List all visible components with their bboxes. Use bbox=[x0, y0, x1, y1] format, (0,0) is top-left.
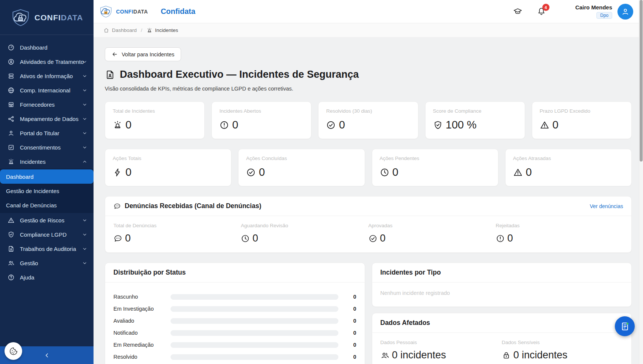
check-circle-icon bbox=[368, 234, 377, 243]
scrollbar-thumb[interactable] bbox=[640, 0, 643, 162]
breadcrumb-dashboard[interactable]: Dashboard bbox=[103, 27, 137, 33]
sidebar-item-compliance-lgpd[interactable]: Compliance LGPD bbox=[0, 227, 94, 242]
graduation-cap-icon bbox=[513, 7, 522, 16]
sidebar-item-ajuda[interactable]: Ajuda bbox=[0, 270, 94, 284]
metric-aprovadas: Aprovadas 0 bbox=[368, 223, 496, 244]
dados-panel-title: Dados Afetados bbox=[380, 319, 430, 327]
tipo-panel-header: Incidentes por Tipo bbox=[372, 263, 632, 282]
bolt-icon bbox=[113, 168, 122, 177]
kpi-label: Ações Totais bbox=[113, 156, 223, 161]
kpi-label: Ações Pendentes bbox=[380, 156, 491, 161]
tipo-empty-state: Nenhum incidente registrado bbox=[372, 282, 632, 307]
metric-dados-pessoais: Dados Pessoais 0 incidentes bbox=[380, 340, 502, 361]
sidebar-item-atividades-de-tratamento[interactable]: Atividades de Tratamento bbox=[0, 54, 94, 69]
notifications-wrap: 4 bbox=[537, 7, 546, 16]
submenu-item-dashboard[interactable]: Dashboard bbox=[0, 169, 94, 184]
sidebar-nav: Dashboard Atividades de Tratamento Ativo… bbox=[0, 35, 94, 284]
sidebar-item-portal-do-titular[interactable]: Portal do Titular bbox=[0, 126, 94, 140]
user-icon bbox=[621, 7, 630, 16]
user-circle-icon bbox=[8, 58, 15, 65]
sidebar-item-mapeamento-de-dados[interactable]: Mapeamento de Dados bbox=[0, 112, 94, 126]
sidebar-item-trabalhos-de-auditoria[interactable]: Trabalhos de Auditoria bbox=[0, 242, 94, 256]
main-area: CONFIDATA Confidata 4 Cairo Mendes Dpo bbox=[94, 0, 643, 364]
sidebar-item-dashboard[interactable]: Dashboard bbox=[0, 40, 94, 54]
submenu-item-gestao-de-incidentes[interactable]: Gestão de Incidentes bbox=[0, 184, 94, 198]
chevron-up-icon bbox=[82, 159, 88, 165]
metric-total-denuncias: Total de Denúncias 0 bbox=[113, 223, 241, 244]
sidebar-item-label: Trabalhos de Auditoria bbox=[20, 246, 76, 252]
user-name: Cairo Mendes bbox=[575, 4, 612, 11]
brand-wordmark: CONFIDATA bbox=[35, 13, 83, 22]
denuncias-title: Denúncias Recebidas (Canal de Denúncias) bbox=[125, 202, 261, 210]
status-bar bbox=[171, 294, 338, 300]
kpi-card-acoes-atrasadas: Ações Atrasadas 0 bbox=[505, 149, 632, 186]
server-icon bbox=[8, 72, 15, 80]
status-label: Notificado bbox=[113, 330, 171, 336]
sidebar-item-ativos-de-informacao[interactable]: Ativos de Informação bbox=[0, 69, 94, 83]
app-title-link[interactable]: Confidata bbox=[161, 7, 195, 16]
tipo-panel-title: Incidentes por Tipo bbox=[380, 269, 441, 276]
user-role-badge: Dpo bbox=[596, 12, 612, 19]
fab-report-button[interactable] bbox=[615, 316, 635, 336]
kpi-label: Prazo LGPD Excedido bbox=[540, 108, 624, 114]
sidebar-item-label: Dashboard bbox=[20, 44, 47, 51]
page-content: Voltar para Incidentes Dashboard Executi… bbox=[94, 38, 643, 364]
denuncias-header: Denúncias Recebidas (Canal de Denúncias)… bbox=[105, 196, 631, 216]
kpi-value: 0 bbox=[540, 119, 624, 131]
sidebar-item-label: Ativos de Informação bbox=[20, 73, 73, 79]
sidebar-item-label: Mapeamento de Dados bbox=[20, 116, 78, 122]
training-button[interactable] bbox=[513, 7, 522, 16]
kpi-row-1: Total de Incidentes 0 Incidentes Abertos… bbox=[105, 101, 632, 139]
sidebar-item-consentimentos[interactable]: Consentimentos bbox=[0, 140, 94, 154]
cookie-settings-button[interactable] bbox=[5, 342, 22, 360]
page-title-text: Dashboard Executivo — Incidentes de Segu… bbox=[120, 69, 359, 80]
scrollbar[interactable] bbox=[639, 0, 643, 364]
metric-value: 0 incidentes bbox=[380, 349, 502, 361]
page-subtitle: Visão consolidada de KPIs, métricas de c… bbox=[105, 86, 632, 92]
globe-icon bbox=[8, 87, 15, 94]
ver-denuncias-link[interactable]: Ver denúncias bbox=[590, 203, 623, 209]
sidebar-item-gestao[interactable]: Gestão bbox=[0, 256, 94, 270]
home-icon bbox=[103, 27, 109, 33]
submenu-item-canal-de-denuncias[interactable]: Canal de Denúncias bbox=[0, 198, 94, 212]
kpi-value: 0 bbox=[246, 166, 357, 178]
metric-rejeitadas: Rejeitadas 0 bbox=[496, 223, 623, 244]
status-value: 0 bbox=[348, 342, 356, 348]
status-body: Rascunho 0 Em Investigação 0 Avaliado bbox=[105, 282, 365, 364]
sidebar-item-comp-internacional[interactable]: Comp. Internacional bbox=[0, 83, 94, 97]
metric-label: Dados Sensíveis bbox=[502, 340, 623, 345]
chevron-down-icon bbox=[82, 246, 88, 252]
metric-label: Aguardando Revisão bbox=[241, 223, 368, 228]
back-button-label: Voltar para Incidentes bbox=[122, 51, 174, 57]
sidebar-item-fornecedores[interactable]: Fornecedores bbox=[0, 97, 94, 112]
avatar[interactable] bbox=[617, 4, 633, 20]
status-label: Avaliado bbox=[113, 318, 171, 324]
brand-wordmark-small: CONFIDATA bbox=[116, 9, 148, 15]
gauge-icon bbox=[8, 44, 15, 51]
store-icon bbox=[8, 101, 15, 108]
chevron-down-icon bbox=[82, 130, 88, 136]
clock-icon bbox=[241, 234, 250, 243]
status-row-rascunho: Rascunho 0 bbox=[113, 291, 356, 303]
warning-icon bbox=[540, 120, 549, 130]
denuncias-panel: Denúncias Recebidas (Canal de Denúncias)… bbox=[105, 196, 632, 253]
kpi-label: Ações Concluídas bbox=[246, 156, 357, 161]
kpi-value: 0 bbox=[113, 119, 197, 131]
metric-value: 0 bbox=[496, 233, 623, 244]
user-block: Cairo Mendes Dpo bbox=[575, 4, 612, 19]
app-root: CONFIDATA Dashboard Atividades de Tratam… bbox=[0, 0, 643, 364]
sidebar-item-gestao-de-riscos[interactable]: Gestão de Riscos bbox=[0, 213, 94, 227]
status-row-avaliado: Avaliado 0 bbox=[113, 315, 356, 327]
breadcrumb-label: Incidentes bbox=[155, 27, 178, 33]
status-row-notificado: Notificado 0 bbox=[113, 327, 356, 339]
lock-icon bbox=[502, 351, 511, 360]
sidebar-item-label: Incidentes bbox=[20, 159, 45, 165]
kpi-value: 0 bbox=[380, 166, 491, 178]
status-value: 0 bbox=[348, 318, 356, 324]
header-brand[interactable]: CONFIDATA Confidata bbox=[99, 6, 195, 18]
siren-icon bbox=[146, 27, 152, 33]
back-button[interactable]: Voltar para Incidentes bbox=[105, 47, 181, 61]
kpi-label: Score de Compliance bbox=[433, 108, 517, 114]
kpi-value: 100 % bbox=[433, 119, 517, 131]
sidebar-item-incidentes[interactable]: Incidentes bbox=[0, 154, 94, 169]
